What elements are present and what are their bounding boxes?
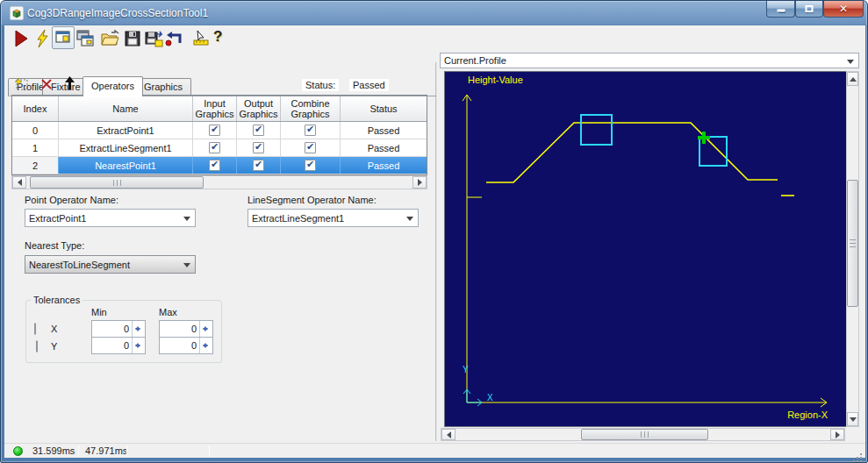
titlebar[interactable]: Cog3DRangeImageCrossSectionTool1 ✕ [1, 1, 867, 25]
table-header-row: Index Name Input Graphics Output Graphic… [12, 96, 427, 122]
save-as-file-icon[interactable] [144, 29, 163, 48]
origin-x-label: X [487, 393, 493, 402]
origin-y-label: Y [463, 365, 469, 374]
maximize-button[interactable] [795, 1, 823, 18]
tolerances-title: Tolerances [31, 295, 82, 305]
height-axis-label: Height-Value [468, 75, 523, 85]
chevron-down-icon [406, 217, 413, 224]
resize-grip[interactable] [860, 453, 862, 455]
col-header-input-graphics[interactable]: Input Graphics [193, 96, 237, 121]
execution-time: 31.599ms [32, 445, 75, 456]
output-graphics-checkbox[interactable] [253, 160, 264, 171]
display-hscrollbar[interactable] [441, 428, 845, 441]
profile-display[interactable]: Height-Value Region-X Y X [444, 71, 849, 427]
output-graphics-checkbox[interactable] [253, 142, 264, 153]
table-row[interactable]: 0 ExtractPoint1 Passed [12, 122, 427, 139]
move-up-icon[interactable] [62, 76, 77, 90]
help-icon[interactable]: ? [213, 28, 222, 46]
status-led-icon [13, 446, 23, 456]
total-time: 47.971ms [85, 445, 127, 456]
table-hscrollbar[interactable] [11, 175, 427, 189]
y-tolerance-checkbox[interactable] [36, 340, 38, 353]
display-source-combobox[interactable]: Current.Profile [440, 53, 859, 68]
highlight-rect-0[interactable] [581, 115, 612, 145]
table-row[interactable]: 1 ExtractLineSegment1 Passed [12, 139, 427, 157]
output-graphics-checkbox[interactable] [253, 125, 264, 136]
close-button[interactable]: ✕ [823, 1, 864, 18]
save-file-icon[interactable] [123, 29, 142, 48]
profile-polyline [486, 123, 778, 182]
combine-graphics-checkbox[interactable] [305, 142, 316, 153]
nearest-type-combobox[interactable]: NearestToLineSegment [25, 255, 196, 274]
app-icon [10, 6, 24, 20]
minimize-button[interactable] [766, 1, 795, 18]
scroll-down-button[interactable] [847, 412, 858, 426]
scroll-left-button[interactable] [441, 429, 456, 440]
reset-icon[interactable] [165, 29, 184, 48]
status-bar: 31.599ms 47.971ms [4, 443, 865, 458]
scroll-left-button[interactable] [12, 176, 26, 189]
status-label: Status: [302, 79, 339, 91]
result-window-icon [55, 31, 71, 45]
pane-divider [435, 62, 437, 441]
float-result-display-icon[interactable] [75, 29, 95, 48]
x-min-spinner[interactable]: 0 [91, 320, 146, 338]
col-header-index[interactable]: Index [12, 96, 59, 121]
scroll-thumb[interactable] [30, 176, 204, 189]
pointer-tool-icon[interactable] [191, 29, 211, 48]
col-header-combine-graphics[interactable]: Combine Graphics [281, 96, 341, 121]
scroll-up-button[interactable] [847, 72, 858, 86]
x-axis-label: X [51, 324, 57, 334]
input-graphics-checkbox[interactable] [209, 142, 220, 153]
combine-graphics-checkbox[interactable] [305, 125, 316, 136]
window-title: Cog3DRangeImageCrossSectionTool1 [27, 7, 208, 19]
scroll-right-button[interactable] [830, 429, 844, 440]
input-graphics-checkbox[interactable] [209, 160, 220, 171]
chevron-down-icon [847, 60, 854, 68]
tab-graphics[interactable]: Graphics [135, 78, 191, 96]
scroll-right-button[interactable] [412, 176, 427, 189]
tolerances-groupbox: Tolerances Min Max X 0 0 Y 0 0 [25, 300, 222, 363]
linesegment-operator-label: LineSegment Operator Name: [247, 195, 377, 205]
run-once-lightning-icon[interactable] [32, 29, 52, 48]
tab-operators[interactable]: Operators [82, 76, 143, 96]
point-operator-combobox[interactable]: ExtractPoint1 [25, 209, 196, 227]
chevron-down-icon [183, 263, 190, 271]
nearest-type-label: Nearest Type: [25, 240, 84, 251]
operators-table: Index Name Input Graphics Output Graphic… [11, 95, 427, 175]
scroll-thumb[interactable] [847, 180, 858, 307]
run-icon[interactable] [11, 29, 31, 48]
col-header-output-graphics[interactable]: Output Graphics [237, 96, 281, 121]
delete-operator-icon[interactable] [39, 77, 54, 91]
combine-graphics-checkbox[interactable] [305, 160, 316, 171]
display-vscrollbar[interactable] [846, 71, 859, 427]
y-min-spinner[interactable]: 0 [91, 337, 146, 354]
add-operator-icon[interactable] [15, 77, 30, 91]
client-area: ? Profile Fixture Operators Graphics Sta… [4, 25, 865, 458]
y-max-spinner[interactable]: 0 [159, 337, 213, 354]
col-header-name[interactable]: Name [59, 96, 193, 121]
x-tolerance-checkbox[interactable] [34, 323, 36, 335]
min-header: Min [91, 307, 107, 317]
max-header: Max [159, 307, 177, 317]
linesegment-operator-combobox[interactable]: ExtractLineSegment1 [247, 209, 419, 227]
input-graphics-checkbox[interactable] [209, 125, 220, 136]
region-axis-label: Region-X [787, 410, 829, 420]
status-value: Passed [349, 79, 389, 91]
scroll-thumb[interactable] [581, 429, 708, 440]
y-axis-label: Y [51, 341, 57, 352]
show-result-display-button[interactable] [52, 26, 75, 49]
tool-window: Cog3DRangeImageCrossSectionTool1 ✕ [0, 0, 868, 463]
x-max-spinner[interactable]: 0 [159, 320, 213, 338]
chevron-down-icon [183, 217, 190, 224]
table-row-selected[interactable]: 2 NearestPoint1 Passed [12, 157, 427, 175]
point-operator-label: Point Operator Name: [25, 195, 118, 205]
open-file-icon[interactable] [100, 29, 119, 48]
col-header-status[interactable]: Status [341, 96, 427, 121]
